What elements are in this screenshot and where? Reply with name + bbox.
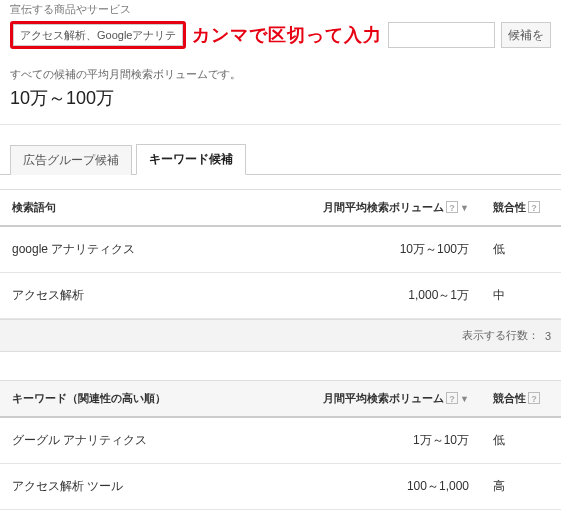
rows-label: 表示する行数： [462,328,539,343]
tab-bar: 広告グループ候補 キーワード候補 [0,125,561,175]
help-icon[interactable]: ? [446,201,458,213]
cell-comp: 中 [481,273,561,319]
rows-value: 3 [545,330,551,342]
cell-term: アクセス解析 ツール [0,464,311,510]
help-icon[interactable]: ? [528,392,540,404]
keywords-input[interactable] [13,24,183,46]
cell-comp: 低 [481,226,561,273]
keyword-table-1: 検索語句 月間平均検索ボリューム?▼ 競合性? google アナリティクス 1… [0,189,561,319]
col-volume[interactable]: 月間平均検索ボリューム?▼ [311,190,481,227]
sort-desc-icon: ▼ [460,203,469,213]
cell-volume: 10万～100万 [311,226,481,273]
cell-term: google アナリティクス [0,226,311,273]
summary-volume: 10万～100万 [10,86,551,110]
table-row: アクセス解析 ツール 100～1,000 高 [0,464,561,510]
table-footer: 表示する行数： 3 [0,319,561,352]
cell-term: グーグル アナリティクス [0,417,311,464]
col-competition[interactable]: 競合性? [481,190,561,227]
col-term[interactable]: 検索語句 [0,190,311,227]
cell-comp: 高 [481,464,561,510]
summary-block: すべての候補の平均月間検索ボリュームです。 10万～100万 [0,59,561,125]
keyword-table-2: キーワード（関連性の高い順） 月間平均検索ボリューム?▼ 競合性? グーグル ア… [0,380,561,510]
suggest-button[interactable]: 候補を [501,22,551,48]
section-label: 宣伝する商品やサービス [0,0,561,21]
cell-volume: 100～1,000 [311,464,481,510]
table-row: google アナリティクス 10万～100万 低 [0,226,561,273]
table-row: グーグル アナリティクス 1万～10万 低 [0,417,561,464]
cell-volume: 1,000～1万 [311,273,481,319]
cell-term: アクセス解析 [0,273,311,319]
table-row: アクセス解析 1,000～1万 中 [0,273,561,319]
cell-comp: 低 [481,417,561,464]
col-volume[interactable]: 月間平均検索ボリューム?▼ [311,381,481,418]
col-term-related[interactable]: キーワード（関連性の高い順） [0,381,311,418]
summary-desc: すべての候補の平均月間検索ボリュームです。 [10,67,551,82]
help-icon[interactable]: ? [446,392,458,404]
cell-volume: 1万～10万 [311,417,481,464]
help-icon[interactable]: ? [528,201,540,213]
secondary-input[interactable] [388,22,495,48]
search-input-highlight [10,21,186,49]
annotation-text: カンマで区切って入力 [192,23,382,47]
tab-keyword[interactable]: キーワード候補 [136,144,246,175]
col-competition[interactable]: 競合性? [481,381,561,418]
sort-desc-icon: ▼ [460,394,469,404]
search-row: カンマで区切って入力 候補を [0,21,561,59]
tab-adgroup[interactable]: 広告グループ候補 [10,145,132,175]
